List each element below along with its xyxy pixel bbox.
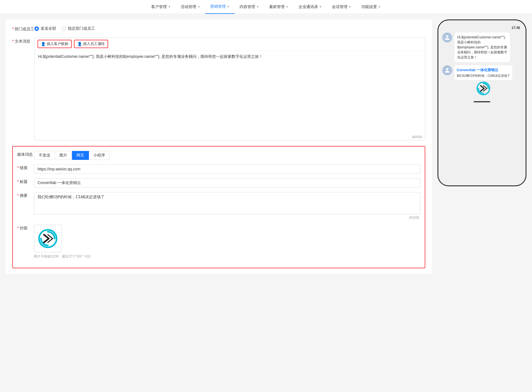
link-content: [34, 164, 420, 174]
required-star-cover: *: [17, 226, 20, 230]
media-card-title: Convertlab 一体化营销云: [457, 68, 510, 73]
summary-textarea[interactable]: [34, 192, 420, 214]
radio-send-all-label: 发送全部: [41, 26, 56, 31]
nav-label-settings: 功能设置: [361, 4, 377, 9]
insert-employee-label: 插入员工属性: [83, 41, 105, 46]
text-message-bubble: Hi,${potentialCustomer.name!""}, 我是小树科技的…: [454, 33, 510, 62]
text-message-label: * 文本消息: [12, 37, 34, 44]
preview-logo: [476, 81, 490, 95]
chat-message-1: Hi,${potentialCustomer.name!""}, 我是小树科技的…: [442, 33, 522, 62]
title-content: [34, 178, 420, 188]
phone-frame: 17:36 Hi,${potentialCustomer.name!""}, 我…: [437, 19, 526, 186]
nav-item-assets[interactable]: 素材管理 ▼: [264, 0, 294, 14]
nav-label-customers: 客户管理: [151, 4, 167, 9]
department-label: * 部门或员工: [12, 25, 34, 32]
nav-label-contacts: 企业通讯录: [299, 4, 318, 9]
insert-customer-label: 插入客户昵称: [47, 41, 68, 46]
required-star-summary: *: [17, 193, 20, 198]
cover-label: * 封面: [17, 225, 34, 231]
nav-label-assets: 素材管理: [269, 4, 285, 9]
chevron-down-icon: ▼: [227, 5, 230, 8]
summary-wrapper: 20/200: [34, 192, 420, 220]
tab-mini-program[interactable]: 小程序: [89, 151, 110, 160]
nav-label-marketing: 营销管理: [210, 4, 226, 9]
media-message-label: 媒体消息: [17, 151, 34, 157]
media-card-desc: 我们吐槽CDP的时候，CIAB决定进场了: [457, 74, 510, 78]
user-icon-2: 👤: [77, 42, 82, 46]
nav-item-conversation[interactable]: 会话管理 ▼: [327, 0, 356, 14]
text-content: Hi,${potentialCustomer.name!""}, 我是小树科技的…: [38, 54, 263, 59]
nav-item-activity[interactable]: 活动管理 ▼: [176, 0, 205, 14]
chevron-down-icon: ▼: [349, 5, 351, 8]
chat-message-2: Convertlab 一体化营销云 我们吐槽CDP的时候，CIAB决定进场了: [442, 65, 522, 97]
required-star-link: *: [17, 165, 20, 170]
chevron-down-icon: ▼: [319, 5, 322, 8]
char-count: 86/500: [35, 134, 425, 140]
nav-item-customers[interactable]: 客户管理 ▼: [146, 0, 176, 14]
phone-preview: 17:36 Hi,${potentialCustomer.name!""}, 我…: [437, 19, 526, 274]
media-section: 媒体消息 不发送 图片 网页 小程序: [12, 146, 425, 268]
chevron-down-icon: ▼: [197, 5, 200, 8]
nav-label-activity: 活动管理: [181, 4, 196, 9]
phone-home-bar: [474, 101, 490, 102]
text-message-box: 👤 插入客户昵称 👤 插入员工属性 Hi,${potentialCustomer…: [34, 37, 425, 140]
required-star-2: *: [12, 39, 15, 43]
top-navigation: 客户管理 ▼ 活动管理 ▼ 营销管理 ▼ 内容管理 ▼ 素材管理 ▼ 企业通讯录…: [0, 0, 532, 14]
nav-label-content: 内容管理: [240, 4, 255, 9]
summary-count: 20/200: [34, 215, 420, 220]
tab-webpage[interactable]: 网页: [72, 151, 89, 160]
phone-time: 17:36: [511, 26, 520, 30]
radio-specify-label: 指定部门或员工: [68, 26, 95, 31]
avatar-2: [442, 65, 452, 75]
chevron-down-icon: ▼: [168, 5, 171, 8]
required-star-title: *: [17, 179, 20, 184]
link-label: * 链接: [17, 164, 34, 170]
convertlab-logo: [38, 229, 58, 248]
chat-messages: Hi,${potentialCustomer.name!""}, 我是小树科技的…: [441, 33, 523, 97]
media-card: Convertlab 一体化营销云 我们吐槽CDP的时候，CIAB决定进场了: [454, 65, 512, 97]
text-message-row: * 文本消息 👤 插入客户昵称 👤 插入员工属性: [12, 37, 425, 140]
insert-employee-button[interactable]: 👤 插入员工属性: [74, 40, 108, 48]
nav-item-marketing[interactable]: 营销管理 ▼: [205, 0, 235, 14]
person-icon: [444, 35, 450, 40]
media-card-image: [454, 80, 512, 97]
cover-hint: 图片不能超过2M，建议尺寸 520 * 416: [34, 254, 420, 259]
media-tab-group: 不发送 图片 网页 小程序: [34, 151, 420, 160]
radio-circle-filled: [34, 26, 39, 31]
phone-status-bar: 17:36: [441, 26, 523, 33]
text-message-content: 👤 插入客户昵称 👤 插入员工属性 Hi,${potentialCustomer…: [34, 37, 425, 140]
avatar-1: [442, 33, 452, 43]
insert-toolbar: 👤 插入客户昵称 👤 插入员工属性: [35, 38, 425, 51]
chevron-down-icon: ▼: [256, 5, 259, 8]
insert-customer-button[interactable]: 👤 插入客户昵称: [38, 40, 72, 48]
radio-group: 发送全部 指定部门或员工: [34, 25, 425, 31]
tab-no-send[interactable]: 不发送: [34, 151, 55, 160]
cover-content: 图片不能超过2M，建议尺寸 520 * 416: [34, 225, 420, 259]
tab-image[interactable]: 图片: [55, 151, 72, 160]
radio-circle-empty: [62, 26, 66, 31]
radio-specify[interactable]: 指定部门或员工: [62, 26, 95, 31]
nav-item-settings[interactable]: 功能设置 ▼: [356, 0, 386, 14]
title-row: * 标题: [17, 178, 420, 188]
title-input[interactable]: [34, 178, 420, 188]
user-icon: 👤: [41, 42, 46, 46]
cover-row: * 封面 图片不能超过2M，建议尺寸 520 * 416: [17, 225, 420, 259]
summary-label: * 摘要: [17, 192, 34, 198]
media-tabs-content: 不发送 图片 网页 小程序: [34, 151, 420, 160]
required-star: *: [12, 27, 15, 31]
chevron-down-icon: ▼: [378, 5, 381, 8]
link-row: * 链接: [17, 164, 420, 174]
form-area: * 部门或员工 发送全部 指定部门或员工: [6, 19, 432, 274]
link-input[interactable]: [34, 164, 420, 174]
nav-item-contacts[interactable]: 企业通讯录 ▼: [294, 0, 327, 14]
department-row: * 部门或员工 发送全部 指定部门或员工: [12, 25, 425, 32]
nav-item-content[interactable]: 内容管理 ▼: [235, 0, 264, 14]
message-text: Hi,${potentialCustomer.name!""}, 我是小树科技的…: [457, 35, 507, 59]
title-label: * 标题: [17, 178, 34, 184]
cover-image-upload[interactable]: [34, 225, 62, 252]
radio-send-all[interactable]: 发送全部: [34, 26, 56, 31]
text-content-area[interactable]: Hi,${potentialCustomer.name!""}, 我是小树科技的…: [35, 51, 425, 134]
nav-label-conversation: 会话管理: [332, 4, 347, 9]
person-icon-2: [444, 68, 450, 73]
radio-dot: [36, 28, 38, 29]
